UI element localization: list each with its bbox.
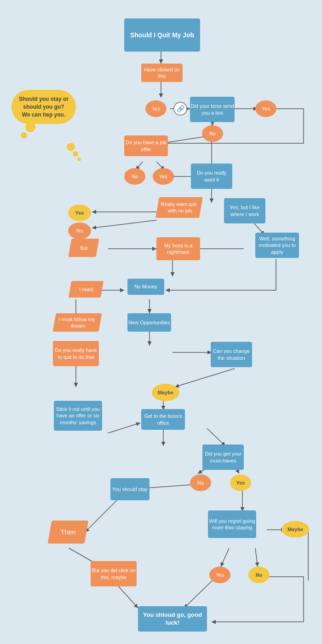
- really-want-quit-node: Really want quit with no job: [155, 197, 203, 218]
- svg-line-44: [221, 548, 229, 567]
- yes-oval-5: Yes: [209, 567, 230, 583]
- yes-oval-4: Yes: [230, 474, 251, 491]
- can-change-node: Can you change the situation: [211, 342, 252, 367]
- thought-bubble: Should you stay or should you go? We can…: [12, 90, 76, 124]
- yes-oval-1b: Yes: [255, 100, 276, 117]
- cloud-text: Should you stay or should you go? We can…: [19, 96, 69, 118]
- you-should-go-node: You shloud go, good luck!: [138, 606, 207, 632]
- svg-line-46: [184, 577, 216, 608]
- svg-line-42: [117, 585, 138, 608]
- you-should-stay-node: You should stay: [110, 478, 150, 500]
- no-money-node: No Money: [127, 279, 164, 295]
- link-icon: 🔗: [173, 102, 187, 116]
- svg-line-16: [92, 220, 156, 228]
- maybe-oval-2: Maybe: [282, 521, 309, 538]
- do-really-quit-node: Do you really have to quit to do that: [53, 341, 99, 366]
- start-node: Should I Quit My Job: [124, 18, 200, 52]
- cloud-puff-1: [67, 143, 75, 151]
- job-offer-node: Do you have a job offer: [124, 135, 168, 156]
- cloud-puff-3: [77, 158, 81, 161]
- then-node: Then: [48, 521, 89, 544]
- get-boss-office-node: Get to the boss's office: [141, 409, 185, 430]
- have-clicked-node: Have clicked on this: [141, 64, 183, 82]
- no-oval-3: No: [68, 222, 91, 239]
- yes-oval-2: Yes: [153, 168, 174, 185]
- no-oval-1: No: [202, 125, 223, 142]
- cloud-puff-2: [73, 151, 78, 157]
- boss-link-node: Did your boss send you a link: [190, 97, 235, 122]
- must-follow-node: I must follow my dream: [52, 313, 102, 332]
- no-oval-5: No: [248, 567, 270, 583]
- did-get-must-haves-node: Did you get your must-haves: [202, 445, 244, 470]
- will-regret-node: Will you regret going more than staying: [208, 510, 256, 538]
- stick-it-out-node: Stick it out until you have an offer or …: [54, 401, 102, 431]
- yes-oval-1: Yes: [145, 100, 167, 117]
- maybe-oval-1: Maybe: [152, 384, 179, 401]
- boss-nightmare-node: My boss is a nightmare: [156, 237, 200, 260]
- but-node: But: [68, 239, 99, 257]
- really-want-node: Do you really want it: [191, 164, 232, 189]
- yes-but-like-node: Yes, but I like where I work: [224, 198, 265, 223]
- well-something-node: Well, something motivated you to apply: [255, 233, 299, 258]
- i-need-node: I need: [69, 281, 104, 298]
- no-oval-4: No: [190, 474, 211, 491]
- svg-line-34: [108, 423, 140, 433]
- svg-line-29: [175, 369, 235, 387]
- svg-line-40: [85, 498, 120, 532]
- yes-oval-3: Yes: [68, 205, 91, 221]
- svg-line-38: [143, 485, 193, 488]
- svg-line-35: [207, 428, 225, 446]
- no-oval-2: No: [124, 168, 145, 185]
- svg-line-45: [255, 548, 258, 567]
- new-opps-node: New Opportunities: [127, 313, 171, 332]
- flowchart: Should you stay or should you go? We can…: [0, 0, 322, 644]
- but-did-click-node: But you did click on this, maybe: [91, 561, 137, 586]
